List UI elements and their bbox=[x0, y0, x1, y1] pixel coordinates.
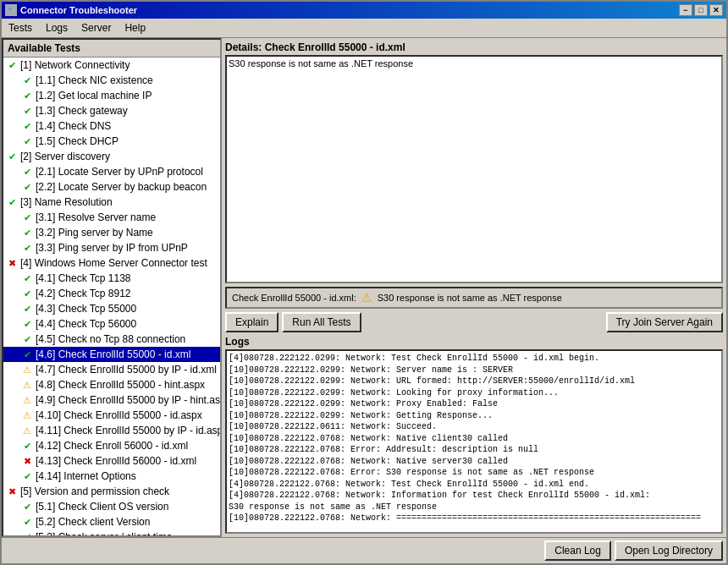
check-icon: ✔ bbox=[20, 180, 34, 194]
tree-item-label: [1.4] Check DNS bbox=[36, 120, 111, 132]
action-buttons: Explain Run All Tests Try Join Server Ag… bbox=[225, 312, 723, 332]
log-entry: [10]080728.222122.0768: Network: =======… bbox=[229, 513, 720, 524]
check-icon: ✔ bbox=[20, 469, 34, 483]
tree-item-label: [4.7] Check EnrollId 55000 by IP - id.xm… bbox=[36, 364, 217, 376]
tree-item[interactable]: ✔[2.1] Locate Server by UPnP protocol bbox=[3, 164, 220, 179]
tree-item[interactable]: ⚠[4.11] Check EnrollId 55000 by IP - id.… bbox=[3, 423, 220, 438]
menu-logs[interactable]: Logs bbox=[39, 20, 74, 36]
tree-item[interactable]: ✔[4.2] Check Tcp 8912 bbox=[3, 286, 220, 301]
tree-item[interactable]: ✔[5.2] Check client Version bbox=[3, 514, 220, 529]
tree-item-label: [5] Version and permission check bbox=[20, 485, 169, 497]
cross-icon: ✖ bbox=[20, 454, 34, 468]
tree-item[interactable]: ✔[3.2] Ping server by Name bbox=[3, 225, 220, 240]
log-entry: [4]080728.222122.0768: Network: Informat… bbox=[229, 490, 720, 502]
detail-box: S30 response is not same as .NET respons… bbox=[225, 55, 723, 283]
log-entry: [10]080728.222122.0768: Error: Addresult… bbox=[229, 444, 720, 456]
tree-item[interactable]: ✖[4.13] Check EnrollId 56000 - id.xml bbox=[3, 453, 220, 469]
warn-icon: ⚠ bbox=[20, 424, 34, 437]
tree-item-label: [4.11] Check EnrollId 55000 by IP - id.a… bbox=[36, 425, 222, 436]
maximize-button[interactable]: □ bbox=[694, 4, 708, 16]
available-tests-header: Available Tests bbox=[3, 40, 220, 58]
detail-title: Details: Check EnrollId 55000 - id.xml bbox=[225, 41, 723, 53]
tree-item[interactable]: ✔[1.5] Check DHCP bbox=[3, 134, 220, 149]
tree-item-label: [4] Windows Home Server Connector test bbox=[20, 257, 207, 269]
menu-tests[interactable]: Tests bbox=[2, 20, 39, 36]
tree-item[interactable]: ✔[3] Name Resolution bbox=[3, 195, 220, 210]
tree-item[interactable]: ✔[1] Network Connectivity bbox=[3, 58, 220, 73]
tree-item-label: [4.2] Check Tcp 8912 bbox=[36, 288, 131, 299]
log-entry: [10]080728.222122.0768: Network: Native … bbox=[229, 456, 720, 468]
check-icon: ✔ bbox=[20, 211, 34, 224]
status-info-bar: Check EnrollId 55000 - id.xml: ⚠ S30 res… bbox=[225, 287, 723, 309]
title-bar: 🔧 Connector Troubleshooter − □ ✕ bbox=[2, 2, 726, 19]
tree-item[interactable]: ✔[4.4] Check Tcp 56000 bbox=[3, 316, 220, 332]
try-join-server-button[interactable]: Try Join Server Again bbox=[606, 312, 723, 332]
check-icon: ✔ bbox=[5, 58, 19, 72]
explain-button[interactable]: Explain bbox=[225, 312, 279, 332]
log-entry: [10]080728.222122.0299: Network: Getting… bbox=[229, 410, 720, 422]
warn-icon: ⚠ bbox=[20, 363, 34, 376]
test-tree[interactable]: Available Tests ✔[1] Network Connectivit… bbox=[2, 38, 222, 537]
tree-item[interactable]: ✔[1.1] Check NIC existence bbox=[3, 73, 220, 88]
open-log-directory-button[interactable]: Open Log Directory bbox=[615, 540, 723, 561]
check-icon: ✔ bbox=[20, 165, 34, 178]
tree-item[interactable]: ✔[1.3] Check gateway bbox=[3, 103, 220, 118]
tree-item-label: [4.8] Check EnrollId 55000 - hint.aspx bbox=[36, 379, 205, 391]
tree-item[interactable]: ⚠[4.8] Check EnrollId 55000 - hint.aspx bbox=[3, 377, 220, 392]
logs-section: Logs [4]080728.222122.0299: Network: Tes… bbox=[225, 336, 723, 534]
content-area: Available Tests ✔[1] Network Connectivit… bbox=[2, 38, 726, 537]
check-icon: ✔ bbox=[20, 241, 34, 255]
check-icon: ✔ bbox=[20, 272, 34, 285]
warn-icon: ⚠ bbox=[20, 409, 34, 422]
tree-item[interactable]: ⚠[4.7] Check EnrollId 55000 by IP - id.x… bbox=[3, 362, 220, 377]
log-entry: [10]080728.222122.0768: Network: Native … bbox=[229, 433, 720, 445]
log-entry: [10]080728.222122.0611: Network: Succeed… bbox=[229, 421, 720, 433]
tree-item[interactable]: ✔[4.3] Check Tcp 55000 bbox=[3, 301, 220, 316]
menu-server[interactable]: Server bbox=[74, 20, 118, 36]
bottom-bar: Clean Log Open Log Directory bbox=[2, 537, 726, 563]
tree-item[interactable]: ✔[4.5] Check no Tcp 88 connection bbox=[3, 332, 220, 347]
tree-item[interactable]: ✔[5.1] Check Client OS version bbox=[3, 499, 220, 514]
tree-item[interactable]: ✔[2] Server discovery bbox=[3, 149, 220, 164]
tree-item-label: [2.1] Locate Server by UPnP protocol bbox=[36, 166, 203, 178]
tree-item[interactable]: ✔[4.1] Check Tcp 1138 bbox=[3, 271, 220, 286]
tree-item[interactable]: ⚠[4.10] Check EnrollId 55000 - id.aspx bbox=[3, 408, 220, 423]
tree-item-label: [5.2] Check client Version bbox=[36, 516, 150, 528]
detail-content: S30 response is not same as .NET respons… bbox=[229, 58, 413, 69]
status-message: S30 response is not same as .NET respons… bbox=[378, 293, 562, 303]
tree-item[interactable]: ✔[2.2] Locate Server by backup beacon bbox=[3, 179, 220, 195]
log-entry: [10]080728.222122.0299: Network: URL for… bbox=[229, 376, 720, 387]
minimize-button[interactable]: − bbox=[679, 4, 692, 16]
warn-icon: ⚠ bbox=[20, 378, 34, 392]
tree-item[interactable]: ✔[4.12] Check Enroll 56000 - id.xml bbox=[3, 438, 220, 453]
tree-item[interactable]: ✔[4.14] Internet Options bbox=[3, 469, 220, 484]
right-panel: Details: Check EnrollId 55000 - id.xml S… bbox=[222, 38, 726, 537]
tree-item[interactable]: ✖[5] Version and permission check bbox=[3, 484, 220, 499]
logs-box[interactable]: [4]080728.222122.0299: Network: Test Che… bbox=[225, 349, 723, 534]
tree-item[interactable]: ✔[4.6] Check EnrollId 55000 - id.xml bbox=[3, 347, 220, 362]
tree-item[interactable]: ✖[4] Windows Home Server Connector test bbox=[3, 255, 220, 271]
log-entry: [4]080728.222122.0299: Network: Test Che… bbox=[229, 353, 720, 365]
tree-item[interactable]: ✔[3.3] Ping server by IP from UPnP bbox=[3, 240, 220, 255]
menu-help[interactable]: Help bbox=[118, 20, 152, 36]
tree-item[interactable]: ✔[3.1] Resolve Server name bbox=[3, 210, 220, 225]
check-icon: ✔ bbox=[20, 119, 34, 133]
detail-section: Details: Check EnrollId 55000 - id.xml S… bbox=[225, 41, 723, 283]
check-icon: ✔ bbox=[20, 104, 34, 118]
tree-item[interactable]: ⚠[4.9] Check EnrollId 55000 by IP - hint… bbox=[3, 392, 220, 408]
menu-bar: Tests Logs Server Help bbox=[2, 19, 726, 38]
tree-item-label: [1.2] Get local machine IP bbox=[36, 90, 152, 101]
close-button[interactable]: ✕ bbox=[709, 4, 723, 16]
tree-item-label: [4.9] Check EnrollId 55000 by IP - hint.… bbox=[36, 394, 222, 406]
tree-item-label: [1.3] Check gateway bbox=[36, 105, 128, 117]
tree-item[interactable]: ✔[5.3] Check server / client time bbox=[3, 529, 220, 537]
tree-item[interactable]: ✔[1.4] Check DNS bbox=[3, 118, 220, 134]
status-label: Check EnrollId 55000 - id.xml: bbox=[232, 293, 356, 303]
clean-log-button[interactable]: Clean Log bbox=[544, 540, 611, 561]
check-icon: ✔ bbox=[20, 226, 34, 239]
tree-item-label: [4.3] Check Tcp 55000 bbox=[36, 303, 136, 315]
tree-item[interactable]: ✔[1.2] Get local machine IP bbox=[3, 88, 220, 103]
tree-item-label: [3.3] Ping server by IP from UPnP bbox=[36, 242, 188, 254]
tree-item-label: [3.2] Ping server by Name bbox=[36, 227, 153, 239]
run-all-tests-button[interactable]: Run All Tests bbox=[282, 312, 361, 332]
